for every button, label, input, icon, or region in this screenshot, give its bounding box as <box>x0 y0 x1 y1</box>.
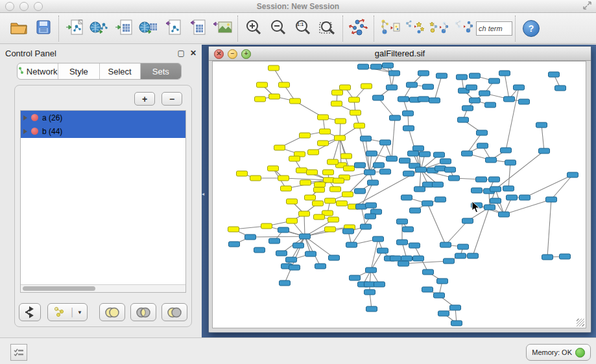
network-window-titlebar[interactable]: ✕ − + galFiltered.sif <box>209 47 591 61</box>
tab-network[interactable]: Network <box>18 63 58 79</box>
set-label: b (44) <box>42 127 62 136</box>
control-panel-title: Control Panel <box>5 49 56 58</box>
toolbar-separator <box>515 16 516 41</box>
maximize-view-icon[interactable]: + <box>241 49 251 59</box>
select-nodes-tool-button[interactable] <box>402 16 427 41</box>
difference-venn-icon <box>166 307 183 318</box>
expand-arrow-icon[interactable] <box>23 115 27 120</box>
network-graph[interactable] <box>213 62 586 328</box>
window-controls[interactable] <box>5 2 43 11</box>
panel-tabs: Network Style Select Sets <box>17 63 182 80</box>
export-image-button[interactable] <box>210 16 235 41</box>
horizontal-scrollbar[interactable] <box>21 284 185 292</box>
network-tab-icon <box>18 67 24 76</box>
apply-layout-button[interactable] <box>346 16 371 41</box>
floppy-icon <box>36 19 51 38</box>
first-neighbors-tool-icon <box>429 18 449 39</box>
union-venn-icon <box>104 307 121 318</box>
network-from-selection-button[interactable] <box>377 16 402 41</box>
dropdown-arrow-icon: ▼ <box>77 310 82 315</box>
export-table-button[interactable] <box>185 16 210 41</box>
control-panel: Control Panel ▢ ✕ Network Style Select S… <box>0 45 202 337</box>
toolbar-separator <box>342 16 344 41</box>
close-window-button[interactable] <box>5 2 14 11</box>
fullscreen-icon[interactable] <box>583 1 592 10</box>
export-network-icon <box>164 19 182 38</box>
app-title-bar: Session: New Session <box>0 0 596 13</box>
toolbar-separator <box>374 16 375 41</box>
memory-status-label: Memory: OK <box>532 348 572 356</box>
tab-sets[interactable]: Sets <box>141 63 181 79</box>
save-session-button[interactable] <box>31 16 56 41</box>
first-neighbors-tool-button[interactable] <box>427 16 451 41</box>
search-input[interactable] <box>476 21 512 36</box>
sets-panel: + − a (26) b (44) | ▼ <box>14 85 192 327</box>
help-button[interactable]: ? <box>519 16 543 41</box>
memory-status-button[interactable]: Memory: OK <box>526 344 591 361</box>
zoom-in-icon <box>245 19 262 38</box>
split-set-button[interactable] <box>19 303 41 321</box>
zoom-in-button[interactable] <box>241 16 266 41</box>
zoom-window-button[interactable] <box>34 2 43 11</box>
remove-set-button[interactable]: − <box>161 92 182 106</box>
memory-ok-dot-icon <box>575 348 585 358</box>
import-network-url-button[interactable] <box>87 16 112 41</box>
zoom-out-button[interactable] <box>266 16 291 41</box>
import-network-file-button[interactable] <box>62 16 87 41</box>
difference-sets-button[interactable] <box>161 303 187 321</box>
minimize-window-button[interactable] <box>19 2 29 11</box>
zoom-actual-label: 1:1 <box>297 22 304 27</box>
create-set-from-network-button[interactable]: | ▼ <box>47 303 88 321</box>
network-desktop: ◂ ✕ − + galFiltered.sif <box>202 45 596 337</box>
help-icon: ? <box>523 20 540 37</box>
task-history-button[interactable] <box>10 344 27 361</box>
close-panel-icon[interactable]: ✕ <box>190 49 197 58</box>
network-view-window[interactable]: ✕ − + galFiltered.sif <box>208 46 591 333</box>
float-panel-icon[interactable]: ▢ <box>178 49 185 58</box>
add-set-button[interactable]: + <box>134 92 155 106</box>
import-network-file-icon <box>66 19 84 38</box>
intersect-sets-button[interactable] <box>130 303 156 321</box>
union-sets-button[interactable] <box>99 303 125 321</box>
close-view-icon[interactable]: ✕ <box>214 49 224 59</box>
set-label: a (26) <box>42 113 62 122</box>
expand-arrow-icon[interactable] <box>23 129 27 134</box>
zoom-actual-icon: 1:1 <box>294 19 311 38</box>
sets-list: a (26) b (44) <box>20 110 186 293</box>
zoom-out-icon <box>270 19 287 38</box>
main-toolbar: 1:1 ? <box>0 13 596 44</box>
network-canvas[interactable] <box>212 61 586 328</box>
split-arrows-icon <box>23 306 36 318</box>
set-color-dot-icon <box>31 128 38 135</box>
zoom-selected-button[interactable] <box>315 16 340 41</box>
collapse-divider-icon[interactable]: ◂ <box>202 191 206 198</box>
open-session-button[interactable] <box>6 16 31 41</box>
set-operations-toolbar: | ▼ <box>19 303 187 321</box>
zoom-actual-button[interactable]: 1:1 <box>291 16 315 41</box>
import-table-file-button[interactable] <box>112 16 136 41</box>
network-glyph-icon <box>53 306 67 318</box>
tab-select[interactable]: Select <box>100 63 141 79</box>
export-image-icon <box>213 19 232 38</box>
zoom-selected-icon <box>318 19 337 38</box>
network-from-selection-icon <box>379 18 400 39</box>
set-color-dot-icon <box>31 114 38 121</box>
import-table-globe-icon <box>139 19 158 38</box>
resize-grip-icon[interactable] <box>577 319 584 326</box>
export-network-button[interactable] <box>161 16 185 41</box>
deselect-tool-button[interactable] <box>451 16 476 41</box>
task-list-icon <box>14 348 24 357</box>
toolbar-separator <box>58 16 60 41</box>
minimize-view-icon[interactable]: − <box>228 49 237 59</box>
apply-layout-icon <box>349 18 368 39</box>
import-table-file-icon <box>115 19 133 38</box>
status-bar: Memory: OK <box>0 337 596 364</box>
list-item-set-a[interactable]: a (26) <box>21 111 185 124</box>
select-nodes-tool-icon <box>404 18 425 39</box>
scrollbar-thumb[interactable] <box>23 286 95 291</box>
folder-icon <box>10 19 28 38</box>
import-table-url-button[interactable] <box>136 16 161 41</box>
tab-style[interactable]: Style <box>58 63 99 79</box>
network-window-title: galFiltered.sif <box>209 49 591 58</box>
list-item-set-b[interactable]: b (44) <box>21 124 185 138</box>
